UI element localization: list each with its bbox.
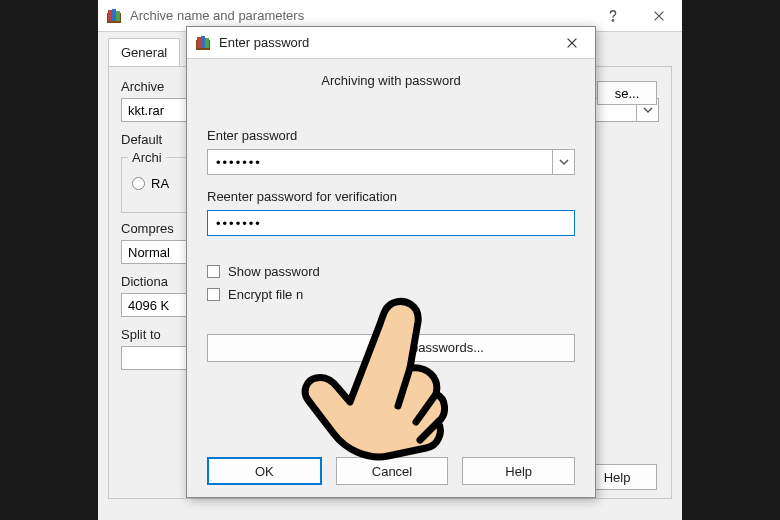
radio-rar-label: RA [151, 176, 169, 191]
close-icon[interactable] [636, 0, 682, 32]
dictionary-label: Dictiona [121, 274, 181, 289]
reenter-password-input[interactable] [208, 211, 574, 235]
checkbox-icon [207, 265, 220, 278]
svg-point-4 [612, 19, 613, 20]
organize-passwords-label: e passwords... [208, 335, 574, 361]
help-button[interactable] [590, 0, 636, 32]
password-dialog: Enter password Archiving with password E… [186, 26, 596, 498]
password-titlebar[interactable]: Enter password [187, 27, 595, 59]
svg-rect-7 [201, 36, 205, 48]
winrar-icon [195, 35, 211, 51]
radio-rar[interactable]: RA [132, 176, 180, 191]
archive-label: Archive [121, 79, 181, 94]
show-password-label: Show password [228, 264, 320, 279]
svg-rect-8 [205, 38, 209, 48]
checkbox-icon [207, 288, 220, 301]
password-dialog-title: Enter password [219, 35, 549, 50]
winrar-icon [106, 8, 122, 24]
split-label: Split to [121, 327, 181, 342]
encrypt-names-checkbox[interactable]: Encrypt file n [207, 287, 575, 302]
enter-password-label: Enter password [207, 128, 575, 143]
enter-password-field[interactable] [207, 149, 575, 175]
encrypt-names-label: Encrypt file n [228, 287, 303, 302]
parent-title: Archive name and parameters [130, 8, 590, 23]
reenter-password-label: Reenter password for verification [207, 189, 575, 204]
compression-label: Compres [121, 221, 181, 236]
default-label: Default [121, 132, 181, 147]
reenter-password-field[interactable] [207, 210, 575, 236]
show-password-checkbox[interactable]: Show password [207, 264, 575, 279]
svg-rect-3 [116, 11, 120, 21]
svg-rect-6 [197, 37, 201, 48]
enter-password-input[interactable] [208, 150, 552, 174]
browse-button[interactable]: se... [597, 81, 657, 105]
svg-rect-1 [108, 10, 112, 21]
password-body: Archiving with password Enter password R… [187, 59, 595, 497]
svg-rect-2 [112, 9, 116, 21]
compression-combo[interactable] [121, 240, 191, 264]
split-combo[interactable] [121, 346, 191, 370]
archive-format-group: Archi RA [121, 157, 191, 213]
ok-button[interactable]: OK [207, 457, 322, 485]
dictionary-combo[interactable] [121, 293, 191, 317]
password-button-row: OK Cancel Help [207, 445, 575, 485]
radio-icon [132, 177, 145, 190]
organize-passwords-button[interactable]: e passwords... [207, 334, 575, 362]
archive-format-title: Archi [128, 150, 166, 165]
help-button[interactable]: Help [462, 457, 575, 485]
chevron-down-icon[interactable] [552, 150, 574, 174]
password-heading: Archiving with password [207, 73, 575, 88]
close-icon[interactable] [549, 27, 595, 59]
tab-general[interactable]: General [108, 38, 180, 66]
cancel-button[interactable]: Cancel [336, 457, 449, 485]
